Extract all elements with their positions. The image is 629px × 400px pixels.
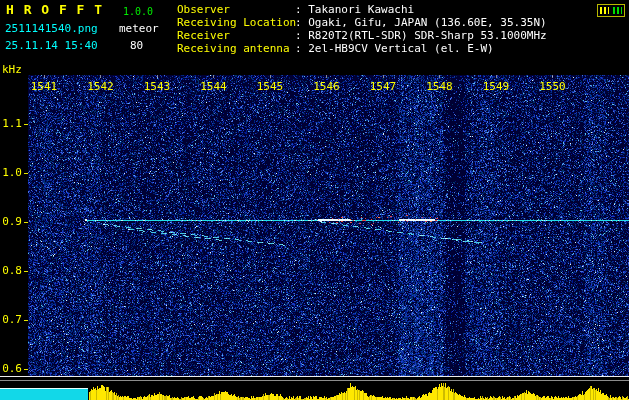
time-tick-label: 1542 [87, 81, 114, 92]
time-tick-label: 1550 [539, 81, 566, 92]
freq-tick-label: 1.0 [0, 167, 22, 179]
info-value: : Takanori Kawachi [295, 3, 414, 16]
time-tick-label: 1545 [257, 81, 284, 92]
time-axis: 1541154215431544154515461547154815491550 [0, 81, 629, 93]
freq-tick-mark [24, 173, 28, 174]
app-version: 1.0.0 [123, 5, 153, 18]
station-info-row: Receiver: R820T2(RTL-SDR) SDR-Sharp 53.1… [177, 29, 547, 42]
info-label: Receiver [177, 29, 295, 42]
time-tick-label: 1547 [370, 81, 397, 92]
hrofft-window: H R O F F T 1.0.0 2511141540.png meteor … [0, 0, 629, 400]
freq-tick-mark [24, 320, 28, 321]
time-tick-label: 1543 [144, 81, 171, 92]
info-value: : 2el-HB9CV Vertical (el. E-W) [295, 42, 494, 55]
station-info-row: Receiving antenna: 2el-HB9CV Vertical (e… [177, 42, 547, 55]
spectrogram-canvas [0, 0, 629, 400]
station-info-row: Receiving Location: Ogaki, Gifu, JAPAN (… [177, 16, 547, 29]
freq-tick-mark [24, 124, 28, 125]
frequency-axis: 1.11.00.90.80.70.6 [0, 0, 30, 400]
time-tick-label: 1541 [31, 81, 58, 92]
indicator-green-block [613, 7, 622, 14]
indicator-yellow-block [600, 7, 609, 14]
freq-tick-label: 0.6 [0, 363, 22, 375]
freq-tick-mark [24, 222, 28, 223]
info-value: : Ogaki, Gifu, JAPAN (136.60E, 35.35N) [295, 16, 547, 29]
freq-tick-mark [24, 369, 28, 370]
info-label: Receiving Location [177, 16, 295, 29]
freq-tick-label: 0.8 [0, 265, 22, 277]
info-label: Observer [177, 3, 295, 16]
time-tick-label: 1549 [483, 81, 510, 92]
freq-tick-label: 1.1 [0, 118, 22, 130]
station-info-row: Observer: Takanori Kawachi [177, 3, 547, 16]
param-count: 80 [130, 39, 143, 52]
station-info: Observer: Takanori KawachiReceiving Loca… [177, 3, 547, 55]
freq-tick-label: 0.9 [0, 216, 22, 228]
observation-mode-label: meteor [119, 22, 159, 35]
info-value: : R820T2(RTL-SDR) SDR-Sharp 53.1000MHz [295, 29, 547, 42]
info-label: Receiving antenna [177, 42, 295, 55]
time-tick-label: 1548 [426, 81, 453, 92]
freq-tick-label: 0.7 [0, 314, 22, 326]
freq-tick-mark [24, 271, 28, 272]
time-tick-label: 1544 [200, 81, 227, 92]
status-indicator [597, 4, 625, 17]
time-tick-label: 1546 [313, 81, 340, 92]
